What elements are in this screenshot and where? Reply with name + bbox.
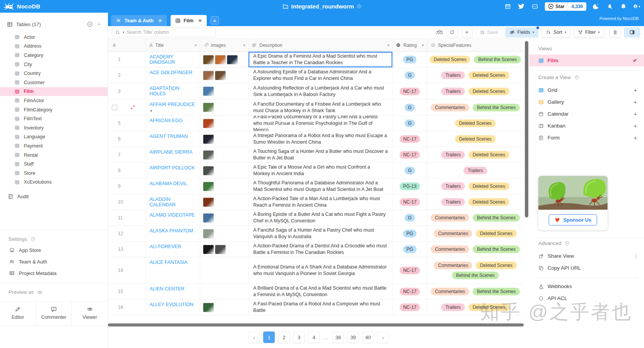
project-info-icon[interactable]: [357, 4, 362, 9]
film-title-link[interactable]: AFFAIR PREJUDICE: [149, 102, 195, 107]
film-title-link[interactable]: ALIEN CENTER: [149, 286, 184, 292]
sidebar-item-table-country[interactable]: Country: [0, 69, 108, 78]
images-cell[interactable]: [200, 52, 249, 67]
image-thumbnail[interactable]: [203, 303, 214, 312]
film-title-link[interactable]: AGENT TRUMAN: [149, 134, 188, 139]
sidebar-item-table-customer[interactable]: Customer: [0, 78, 108, 87]
image-thumbnail[interactable]: [215, 245, 226, 254]
dark-mode-moon-icon[interactable]: [593, 3, 600, 10]
film-title-link[interactable]: AFRICAN EGG: [149, 118, 183, 123]
add-table-icon[interactable]: [87, 21, 93, 27]
special-features-cell[interactable]: Deleted Scenes: [427, 131, 523, 147]
sidebar-item-table-filmtext[interactable]: FilmText: [0, 114, 108, 123]
title-cell[interactable]: AFRICAN EGG: [146, 116, 200, 131]
sidebar-item-table-language[interactable]: Language: [0, 133, 108, 142]
view-item-film[interactable]: Film✔: [529, 55, 644, 66]
rating-cell[interactable]: G: [393, 68, 427, 83]
column-menu-caret-icon[interactable]: ▾: [422, 43, 424, 47]
sidebar-item-table-city[interactable]: City: [0, 60, 108, 69]
rating-cell[interactable]: NC-17: [393, 131, 427, 147]
page-button-38[interactable]: 38: [332, 331, 344, 343]
title-cell[interactable]: ADAPTATION HOLES: [146, 83, 200, 99]
title-cell[interactable]: AIRPLANE SIERRA: [146, 147, 200, 162]
images-cell[interactable]: [200, 194, 249, 210]
page-button-3[interactable]: 3: [293, 331, 305, 343]
column-menu-caret-icon[interactable]: ▾: [387, 43, 389, 47]
images-cell[interactable]: [200, 210, 249, 225]
image-thumbnail[interactable]: [203, 119, 214, 128]
create-view-kanban[interactable]: Kanban+: [529, 120, 644, 132]
sidebar-item-table-filmactor[interactable]: FilmActor: [0, 96, 108, 105]
column-header-title[interactable]: ATitle▾: [146, 39, 200, 51]
sort-button[interactable]: Sort ▾: [541, 27, 570, 37]
special-features-cell[interactable]: CommentariesBehind the Scenes: [427, 242, 523, 257]
description-cell[interactable]: A Boring Epistle of a Butler And a Cat w…: [249, 210, 393, 225]
prev-page-button[interactable]: ‹: [248, 331, 260, 343]
column-header-rating[interactable]: Rating▾: [393, 39, 427, 51]
create-view-gallery[interactable]: Gallery+: [529, 96, 644, 108]
toggle-right-panel-button[interactable]: [624, 27, 640, 37]
film-title-link[interactable]: AIRPORT POLLOCK: [149, 165, 195, 171]
special-features-cell[interactable]: CommentariesDeleted ScenesBehind the Sce…: [427, 257, 523, 283]
rating-cell[interactable]: NC-17: [393, 284, 427, 299]
rating-cell[interactable]: NC-17: [393, 147, 427, 162]
image-thumbnail[interactable]: [203, 151, 214, 159]
images-cell[interactable]: [200, 179, 249, 194]
images-cell[interactable]: [200, 83, 249, 99]
reload-button[interactable]: [446, 27, 458, 37]
delete-rows-button[interactable]: [609, 27, 621, 37]
image-thumbnail[interactable]: [203, 135, 214, 144]
special-features-cell[interactable]: Trailers: [427, 163, 523, 178]
title-cell[interactable]: ALASKA PHANTOM: [146, 226, 200, 241]
add-view-plus-icon[interactable]: +: [634, 99, 637, 105]
sidebar-item-table-payment[interactable]: Payment: [0, 141, 108, 151]
preview-role-editor[interactable]: Editor: [0, 302, 36, 325]
title-cell[interactable]: ALI FOREVER: [146, 242, 200, 257]
title-cell[interactable]: ALADDIN CALENDAR: [146, 194, 200, 210]
tab-team-auth[interactable]: Team & Auth ✕: [111, 15, 167, 26]
add-view-plus-icon[interactable]: +: [634, 111, 637, 117]
rating-cell[interactable]: PG: [393, 52, 427, 67]
title-cell[interactable]: ALLEY EVOLUTION: [146, 300, 200, 315]
special-features-cell[interactable]: CommentariesDeleted Scenes: [427, 226, 523, 241]
special-features-cell[interactable]: Deleted ScenesBehind the Scenes: [427, 52, 523, 67]
save-button[interactable]: Save: [476, 27, 503, 37]
images-cell[interactable]: [200, 284, 249, 299]
notifications-bell-icon[interactable]: [620, 3, 627, 10]
account-menu[interactable]: ▾: [633, 3, 640, 10]
film-title-link[interactable]: ACADEMY DINOSAUR: [149, 54, 197, 65]
images-cell[interactable]: [200, 147, 249, 162]
description-cell[interactable]: A Fanciful Saga of a Hunter And a Pastry…: [249, 226, 393, 241]
title-cell[interactable]: AGENT TRUMAN: [146, 131, 200, 147]
next-page-button[interactable]: ›: [377, 331, 389, 343]
advanced-item-copy-api-url[interactable]: Copy API URL: [529, 262, 644, 274]
film-title-link[interactable]: ALLEY EVOLUTION: [149, 302, 193, 307]
film-title-link[interactable]: ACE GOLDFINGER: [149, 70, 193, 75]
add-row-button[interactable]: [461, 27, 473, 37]
column-header-num[interactable]: #: [108, 39, 146, 51]
title-cell[interactable]: ACADEMY DINOSAUR: [146, 52, 200, 67]
sidebar-item-table-rental[interactable]: Rental: [0, 151, 108, 160]
images-cell[interactable]: [200, 131, 249, 147]
image-thumbnail[interactable]: [203, 87, 214, 96]
column-menu-caret-icon[interactable]: ▾: [195, 43, 197, 47]
image-thumbnail[interactable]: [203, 55, 214, 64]
image-thumbnail[interactable]: [203, 214, 214, 222]
sidebar-item-table-category[interactable]: Category: [0, 51, 108, 60]
column-header-specialfeatures[interactable]: SpecialFeatures: [427, 39, 523, 51]
rating-cell[interactable]: G: [393, 99, 427, 115]
film-title-link[interactable]: ADAPTATION HOLES: [149, 86, 197, 96]
vertical-scrollbar[interactable]: [525, 41, 528, 217]
page-button-2[interactable]: 2: [278, 331, 290, 343]
image-thumbnail[interactable]: [203, 245, 214, 254]
page-button-39[interactable]: 39: [347, 331, 359, 343]
special-features-cell[interactable]: TrailersDeleted Scenes: [427, 83, 523, 99]
description-cell[interactable]: A Astounding Reflection of a Lumberjack …: [249, 83, 393, 99]
special-features-cell[interactable]: Deleted Scenes: [427, 116, 523, 131]
create-view-calendar[interactable]: Calendar+: [529, 108, 644, 120]
create-view-grid[interactable]: Grid+: [529, 84, 644, 96]
rating-cell[interactable]: G: [393, 116, 427, 131]
preview-role-viewer[interactable]: Viewer: [72, 302, 108, 325]
special-features-cell[interactable]: CommentariesBehind the Scenes: [427, 210, 523, 225]
sidebar-item-table-actor[interactable]: Actor: [0, 33, 108, 42]
